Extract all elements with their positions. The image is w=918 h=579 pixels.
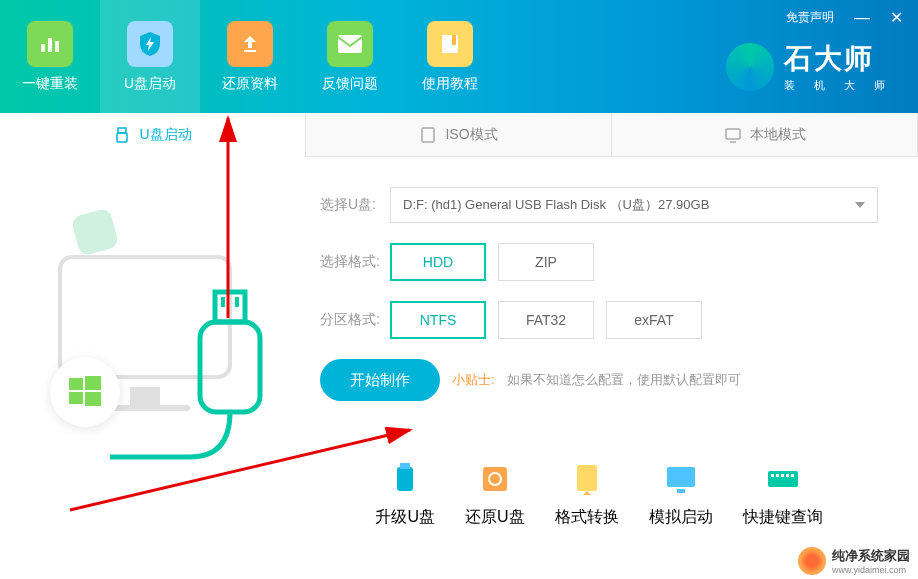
minimize-button[interactable]: — [854,9,870,27]
brand-title: 石大师 [784,40,893,78]
svg-rect-9 [422,128,434,142]
convert-icon [569,461,605,497]
nav-feedback[interactable]: 反馈问题 [300,0,400,113]
nav-label: U盘启动 [124,75,176,93]
svg-rect-31 [768,471,798,487]
svg-rect-6 [452,35,456,45]
monitor-icon [724,126,742,144]
nav-usb-boot[interactable]: U盘启动 [100,0,200,113]
brand: 石大师 装 机 大 师 [726,40,893,93]
partition-option-fat32[interactable]: FAT32 [498,301,594,339]
upload-icon [227,21,273,67]
tool-label: 快捷键查询 [743,507,823,528]
drive-row: 选择U盘: D:F: (hd1) General USB Flash Disk … [320,187,878,223]
svg-rect-29 [667,467,695,487]
annotation-arrow-2 [60,330,430,520]
tip-text: 如果不知道怎么配置，使用默认配置即可 [507,371,741,389]
format-option-hdd[interactable]: HDD [390,243,486,281]
drive-label: 选择U盘: [320,196,390,214]
svg-rect-10 [726,129,740,139]
svg-rect-4 [338,35,362,53]
nav-bar: 一键重装 U盘启动 还原资料 反馈问题 使用教程 [0,0,500,113]
svg-rect-0 [41,44,45,52]
tool-label: 格式转换 [555,507,619,528]
tool-restore[interactable]: 还原U盘 [465,461,525,528]
svg-rect-28 [577,465,597,491]
partition-label: 分区格式: [320,311,390,329]
tool-label: 还原U盘 [465,507,525,528]
svg-rect-8 [117,133,127,142]
window-controls: 免责声明 — ✕ [786,8,903,27]
nav-reinstall[interactable]: 一键重装 [0,0,100,113]
tab-label: 本地模式 [750,126,806,144]
header: 一键重装 U盘启动 还原资料 反馈问题 使用教程 免责声 [0,0,918,113]
tip-label: 小贴士: [452,371,495,389]
tool-label: 模拟启动 [649,507,713,528]
brand-subtitle: 装 机 大 师 [784,78,893,93]
svg-rect-1 [48,38,52,52]
watermark-url: www.yidaimei.com [832,565,910,575]
disclaimer-link[interactable]: 免责声明 [786,9,834,26]
drive-value: D:F: (hd1) General USB Flash Disk （U盘）27… [403,196,709,214]
close-button[interactable]: ✕ [890,8,903,27]
tab-bar: U盘启动 ISO模式 本地模式 [0,113,918,157]
restore-icon [477,461,513,497]
svg-rect-19 [71,208,120,257]
format-label: 选择格式: [320,253,390,271]
iso-icon [419,126,437,144]
svg-rect-2 [55,41,59,52]
svg-rect-30 [677,489,685,493]
nav-label: 一键重装 [22,75,78,93]
tool-convert[interactable]: 格式转换 [555,461,619,528]
format-row: 选择格式: HDD ZIP [320,243,878,281]
mail-icon [327,21,373,67]
svg-rect-33 [776,474,779,477]
svg-line-38 [70,430,410,510]
format-option-zip[interactable]: ZIP [498,243,594,281]
book-icon [427,21,473,67]
nav-label: 还原资料 [222,75,278,93]
partition-option-exfat[interactable]: exFAT [606,301,702,339]
brand-logo-icon [726,43,774,91]
nav-restore[interactable]: 还原资料 [200,0,300,113]
shield-bolt-icon [127,21,173,67]
monitor-play-icon [663,461,699,497]
nav-label: 反馈问题 [322,75,378,93]
watermark-title: 纯净系统家园 [832,547,910,565]
tab-local[interactable]: 本地模式 [612,113,918,157]
drive-dropdown[interactable]: D:F: (hd1) General USB Flash Disk （U盘）27… [390,187,878,223]
svg-rect-36 [791,474,794,477]
svg-rect-26 [483,467,507,491]
watermark-logo-icon [798,547,826,575]
chevron-down-icon [855,202,865,208]
nav-label: 使用教程 [422,75,478,93]
keyboard-icon [765,461,801,497]
tool-simulate[interactable]: 模拟启动 [649,461,713,528]
nav-tutorial[interactable]: 使用教程 [400,0,500,113]
svg-rect-34 [781,474,784,477]
usb-icon [113,126,131,144]
tab-iso[interactable]: ISO模式 [306,113,612,157]
watermark: 纯净系统家园 www.yidaimei.com [790,543,918,579]
svg-rect-32 [771,474,774,477]
annotation-arrow-1 [148,108,248,328]
svg-rect-3 [244,50,256,52]
chart-bar-icon [27,21,73,67]
svg-rect-35 [786,474,789,477]
tab-label: ISO模式 [445,126,497,144]
tool-hotkey[interactable]: 快捷键查询 [743,461,823,528]
